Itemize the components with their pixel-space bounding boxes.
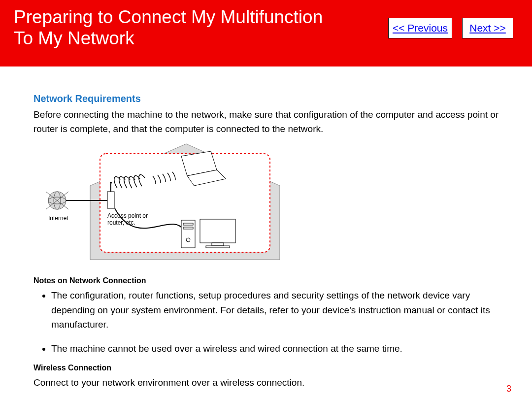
- svg-rect-6: [107, 192, 114, 208]
- title-line-1: Preparing to Connect My Multifunction: [14, 7, 323, 27]
- internet-globe-icon: [46, 192, 68, 209]
- next-button[interactable]: Next >>: [462, 18, 513, 38]
- desktop-tower-icon: [181, 220, 195, 248]
- network-diagram: Internet Access point or router, etc.: [33, 141, 514, 266]
- svg-point-8: [110, 182, 112, 184]
- network-diagram-svg: Internet Access point or router, etc.: [33, 141, 280, 262]
- svg-rect-15: [200, 219, 235, 243]
- router-label-1: Access point or: [107, 212, 148, 219]
- note-item-1: The configuration, router functions, set…: [51, 288, 514, 332]
- wireless-heading: Wireless Connection: [33, 362, 514, 374]
- previous-button-label: << Previous: [393, 22, 448, 34]
- title-line-2: To My Network: [14, 28, 134, 48]
- intro-paragraph: Before connecting the machine to the net…: [33, 107, 514, 136]
- svg-rect-16: [212, 243, 224, 246]
- internet-label: Internet: [48, 215, 68, 222]
- note-item-2: The machine cannot be used over a wirele…: [51, 341, 514, 356]
- content-area: Network Requirements Before connecting t…: [0, 66, 532, 390]
- notes-heading: Notes on Network Connection: [33, 275, 514, 287]
- previous-button[interactable]: << Previous: [388, 18, 452, 38]
- svg-rect-17: [206, 246, 230, 248]
- page-number: 3: [506, 384, 511, 394]
- notes-list: The configuration, router functions, set…: [33, 288, 514, 356]
- header-bar: Preparing to Connect My Multifunction To…: [0, 0, 532, 66]
- section-heading: Network Requirements: [33, 91, 514, 106]
- next-button-label: Next >>: [469, 22, 506, 34]
- wireless-body: Connect to your network environment over…: [33, 375, 506, 390]
